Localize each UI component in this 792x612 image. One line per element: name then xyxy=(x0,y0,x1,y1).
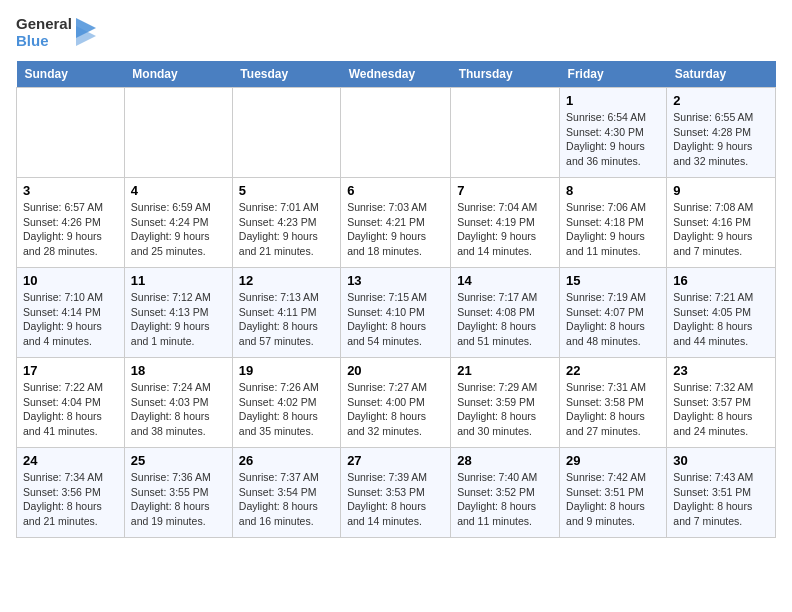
day-info: Sunrise: 7:27 AM Sunset: 4:00 PM Dayligh… xyxy=(347,380,444,439)
day-info: Sunrise: 7:10 AM Sunset: 4:14 PM Dayligh… xyxy=(23,290,118,349)
week-row-3: 10Sunrise: 7:10 AM Sunset: 4:14 PM Dayli… xyxy=(17,268,776,358)
day-number: 22 xyxy=(566,363,660,378)
day-info: Sunrise: 7:13 AM Sunset: 4:11 PM Dayligh… xyxy=(239,290,334,349)
day-number: 9 xyxy=(673,183,769,198)
day-info: Sunrise: 7:32 AM Sunset: 3:57 PM Dayligh… xyxy=(673,380,769,439)
day-info: Sunrise: 7:15 AM Sunset: 4:10 PM Dayligh… xyxy=(347,290,444,349)
day-info: Sunrise: 7:21 AM Sunset: 4:05 PM Dayligh… xyxy=(673,290,769,349)
day-cell: 7Sunrise: 7:04 AM Sunset: 4:19 PM Daylig… xyxy=(451,178,560,268)
day-cell: 21Sunrise: 7:29 AM Sunset: 3:59 PM Dayli… xyxy=(451,358,560,448)
day-info: Sunrise: 7:43 AM Sunset: 3:51 PM Dayligh… xyxy=(673,470,769,529)
day-cell: 17Sunrise: 7:22 AM Sunset: 4:04 PM Dayli… xyxy=(17,358,125,448)
logo-arrow-icon xyxy=(76,18,96,48)
day-cell: 26Sunrise: 7:37 AM Sunset: 3:54 PM Dayli… xyxy=(232,448,340,538)
day-number: 20 xyxy=(347,363,444,378)
day-cell: 15Sunrise: 7:19 AM Sunset: 4:07 PM Dayli… xyxy=(560,268,667,358)
day-cell: 1Sunrise: 6:54 AM Sunset: 4:30 PM Daylig… xyxy=(560,88,667,178)
day-cell: 25Sunrise: 7:36 AM Sunset: 3:55 PM Dayli… xyxy=(124,448,232,538)
logo: GeneralBlue xyxy=(16,16,96,49)
day-info: Sunrise: 7:03 AM Sunset: 4:21 PM Dayligh… xyxy=(347,200,444,259)
day-cell: 2Sunrise: 6:55 AM Sunset: 4:28 PM Daylig… xyxy=(667,88,776,178)
week-row-5: 24Sunrise: 7:34 AM Sunset: 3:56 PM Dayli… xyxy=(17,448,776,538)
day-info: Sunrise: 6:54 AM Sunset: 4:30 PM Dayligh… xyxy=(566,110,660,169)
day-number: 15 xyxy=(566,273,660,288)
day-number: 6 xyxy=(347,183,444,198)
weekday-header-monday: Monday xyxy=(124,61,232,88)
day-cell xyxy=(451,88,560,178)
day-cell: 20Sunrise: 7:27 AM Sunset: 4:00 PM Dayli… xyxy=(341,358,451,448)
day-cell: 3Sunrise: 6:57 AM Sunset: 4:26 PM Daylig… xyxy=(17,178,125,268)
day-cell: 12Sunrise: 7:13 AM Sunset: 4:11 PM Dayli… xyxy=(232,268,340,358)
day-number: 13 xyxy=(347,273,444,288)
day-number: 21 xyxy=(457,363,553,378)
day-info: Sunrise: 6:55 AM Sunset: 4:28 PM Dayligh… xyxy=(673,110,769,169)
weekday-header-row: SundayMondayTuesdayWednesdayThursdayFrid… xyxy=(17,61,776,88)
day-cell: 9Sunrise: 7:08 AM Sunset: 4:16 PM Daylig… xyxy=(667,178,776,268)
day-cell: 11Sunrise: 7:12 AM Sunset: 4:13 PM Dayli… xyxy=(124,268,232,358)
day-info: Sunrise: 6:59 AM Sunset: 4:24 PM Dayligh… xyxy=(131,200,226,259)
day-info: Sunrise: 7:42 AM Sunset: 3:51 PM Dayligh… xyxy=(566,470,660,529)
day-cell xyxy=(341,88,451,178)
day-number: 30 xyxy=(673,453,769,468)
day-cell: 5Sunrise: 7:01 AM Sunset: 4:23 PM Daylig… xyxy=(232,178,340,268)
day-cell: 19Sunrise: 7:26 AM Sunset: 4:02 PM Dayli… xyxy=(232,358,340,448)
day-info: Sunrise: 7:24 AM Sunset: 4:03 PM Dayligh… xyxy=(131,380,226,439)
day-number: 1 xyxy=(566,93,660,108)
day-number: 12 xyxy=(239,273,334,288)
day-number: 2 xyxy=(673,93,769,108)
day-cell: 23Sunrise: 7:32 AM Sunset: 3:57 PM Dayli… xyxy=(667,358,776,448)
day-number: 29 xyxy=(566,453,660,468)
day-number: 26 xyxy=(239,453,334,468)
day-number: 27 xyxy=(347,453,444,468)
day-info: Sunrise: 7:31 AM Sunset: 3:58 PM Dayligh… xyxy=(566,380,660,439)
day-info: Sunrise: 7:36 AM Sunset: 3:55 PM Dayligh… xyxy=(131,470,226,529)
logo-text: GeneralBlue xyxy=(16,16,72,49)
weekday-header-wednesday: Wednesday xyxy=(341,61,451,88)
weekday-header-saturday: Saturday xyxy=(667,61,776,88)
day-cell: 13Sunrise: 7:15 AM Sunset: 4:10 PM Dayli… xyxy=(341,268,451,358)
day-number: 3 xyxy=(23,183,118,198)
day-cell: 6Sunrise: 7:03 AM Sunset: 4:21 PM Daylig… xyxy=(341,178,451,268)
day-cell: 14Sunrise: 7:17 AM Sunset: 4:08 PM Dayli… xyxy=(451,268,560,358)
day-number: 25 xyxy=(131,453,226,468)
day-cell: 29Sunrise: 7:42 AM Sunset: 3:51 PM Dayli… xyxy=(560,448,667,538)
day-number: 28 xyxy=(457,453,553,468)
day-number: 11 xyxy=(131,273,226,288)
day-cell: 28Sunrise: 7:40 AM Sunset: 3:52 PM Dayli… xyxy=(451,448,560,538)
week-row-4: 17Sunrise: 7:22 AM Sunset: 4:04 PM Dayli… xyxy=(17,358,776,448)
day-cell: 16Sunrise: 7:21 AM Sunset: 4:05 PM Dayli… xyxy=(667,268,776,358)
day-cell: 22Sunrise: 7:31 AM Sunset: 3:58 PM Dayli… xyxy=(560,358,667,448)
day-cell: 4Sunrise: 6:59 AM Sunset: 4:24 PM Daylig… xyxy=(124,178,232,268)
day-cell xyxy=(17,88,125,178)
day-info: Sunrise: 7:34 AM Sunset: 3:56 PM Dayligh… xyxy=(23,470,118,529)
day-info: Sunrise: 6:57 AM Sunset: 4:26 PM Dayligh… xyxy=(23,200,118,259)
day-cell: 30Sunrise: 7:43 AM Sunset: 3:51 PM Dayli… xyxy=(667,448,776,538)
day-info: Sunrise: 7:06 AM Sunset: 4:18 PM Dayligh… xyxy=(566,200,660,259)
day-number: 16 xyxy=(673,273,769,288)
day-number: 14 xyxy=(457,273,553,288)
week-row-1: 1Sunrise: 6:54 AM Sunset: 4:30 PM Daylig… xyxy=(17,88,776,178)
day-info: Sunrise: 7:39 AM Sunset: 3:53 PM Dayligh… xyxy=(347,470,444,529)
day-cell: 27Sunrise: 7:39 AM Sunset: 3:53 PM Dayli… xyxy=(341,448,451,538)
weekday-header-thursday: Thursday xyxy=(451,61,560,88)
day-number: 7 xyxy=(457,183,553,198)
day-info: Sunrise: 7:40 AM Sunset: 3:52 PM Dayligh… xyxy=(457,470,553,529)
day-info: Sunrise: 7:08 AM Sunset: 4:16 PM Dayligh… xyxy=(673,200,769,259)
week-row-2: 3Sunrise: 6:57 AM Sunset: 4:26 PM Daylig… xyxy=(17,178,776,268)
day-number: 17 xyxy=(23,363,118,378)
day-info: Sunrise: 7:12 AM Sunset: 4:13 PM Dayligh… xyxy=(131,290,226,349)
day-number: 5 xyxy=(239,183,334,198)
day-cell: 10Sunrise: 7:10 AM Sunset: 4:14 PM Dayli… xyxy=(17,268,125,358)
day-number: 23 xyxy=(673,363,769,378)
day-info: Sunrise: 7:04 AM Sunset: 4:19 PM Dayligh… xyxy=(457,200,553,259)
day-info: Sunrise: 7:37 AM Sunset: 3:54 PM Dayligh… xyxy=(239,470,334,529)
weekday-header-tuesday: Tuesday xyxy=(232,61,340,88)
day-info: Sunrise: 7:22 AM Sunset: 4:04 PM Dayligh… xyxy=(23,380,118,439)
calendar-table: SundayMondayTuesdayWednesdayThursdayFrid… xyxy=(16,61,776,538)
weekday-header-friday: Friday xyxy=(560,61,667,88)
day-number: 10 xyxy=(23,273,118,288)
day-info: Sunrise: 7:17 AM Sunset: 4:08 PM Dayligh… xyxy=(457,290,553,349)
header: GeneralBlue xyxy=(16,16,776,49)
day-info: Sunrise: 7:01 AM Sunset: 4:23 PM Dayligh… xyxy=(239,200,334,259)
day-number: 4 xyxy=(131,183,226,198)
